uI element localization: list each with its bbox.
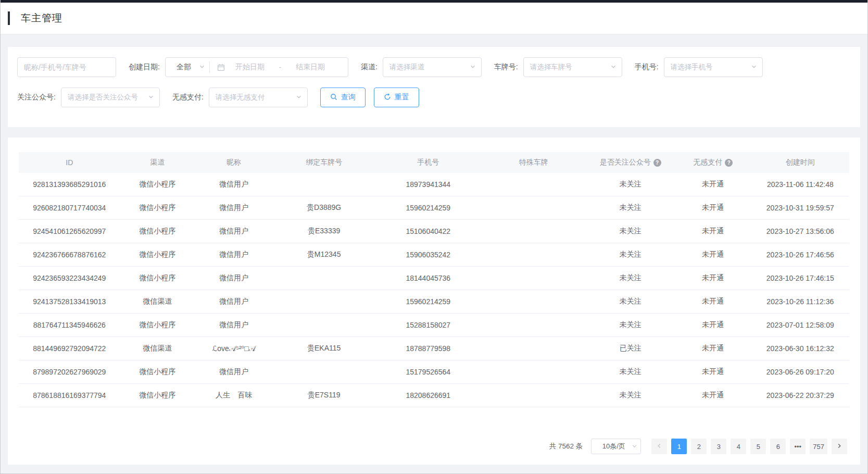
table-row: 879897202627969029微信小程序微信用户15179526564未关… [19, 360, 849, 384]
date-range-picker[interactable]: 全部 开始日期 - 结束日期 [165, 57, 348, 77]
table-cell: 未开通 [675, 203, 751, 213]
table-cell: 2023-07-01 12:58:09 [751, 321, 849, 329]
phone-select-placeholder: 请选择手机号 [671, 63, 751, 72]
pager-page-button-757[interactable]: 757 [810, 439, 827, 454]
table-row: 924137528133419013微信渠道微信用户15960214259未关注… [19, 290, 849, 314]
pager-next-button[interactable] [832, 439, 847, 454]
table-cell: 未开通 [675, 320, 751, 330]
table-cell: 2023-10-26 17:46:15 [751, 274, 849, 282]
phone-select[interactable]: 请选择手机号 [664, 57, 763, 77]
table-row: 924236766678876162微信小程序微信用户贵M12345159060… [19, 243, 849, 267]
table-cell: 2023-11-06 11:42:48 [751, 180, 849, 189]
table-cell: 2023-06-22 20:37:29 [751, 391, 849, 400]
calendar-icon [217, 64, 225, 71]
plate-select[interactable]: 请选择车牌号 [523, 57, 622, 77]
plate-select-placeholder: 请选择车牌号 [530, 63, 610, 72]
pager-page-button-1[interactable]: 1 [671, 439, 687, 454]
table-cell: 未开通 [675, 273, 751, 283]
reset-button-label: 重置 [395, 93, 409, 102]
page-size-select[interactable]: 10条/页 [591, 439, 641, 454]
pager-page-button-3[interactable]: 3 [711, 439, 726, 454]
table-cell: 未关注 [586, 273, 675, 283]
plate-filter: 车牌号: 请选择车牌号 [494, 57, 622, 77]
column-label: 无感支付 [693, 158, 722, 167]
column-header-pay: 无感支付 ? [675, 158, 751, 167]
end-date-input[interactable]: 结束日期 [286, 63, 334, 72]
keyword-input[interactable] [17, 57, 116, 77]
pager-pages: 123456•••757 [667, 439, 827, 454]
table-cell: 18144045736 [375, 274, 481, 282]
help-icon[interactable]: ? [725, 159, 733, 167]
column-label: 特殊车牌 [519, 158, 548, 167]
seamless-pay-filter: 无感支付: 请选择无感支付 [172, 88, 308, 107]
chevron-down-icon [610, 63, 617, 72]
table-cell: 微信用户 [195, 297, 273, 306]
pager-page-button-4[interactable]: 4 [731, 439, 746, 454]
table-cell: 15960214259 [375, 204, 481, 212]
table-row: 881764711345946626微信小程序微信用户15288158027未关… [19, 314, 849, 337]
table-cell: 924541061265620997 [19, 227, 120, 235]
table-cell: 未关注 [586, 320, 675, 330]
table-cell: 微信小程序 [120, 250, 195, 259]
table-cell: 人生ゞ百味 [195, 391, 273, 400]
table-cell: 微信用户 [195, 367, 273, 377]
table-cell: 未关注 [586, 297, 675, 306]
create-date-label: 创建日期: [129, 63, 160, 72]
table-cell: 微信小程序 [120, 367, 195, 377]
column-header-follow: 是否关注公众号 ? [586, 158, 675, 167]
channel-label: 渠道: [361, 63, 378, 72]
column-label: 昵称 [227, 158, 241, 167]
filter-row-1: 创建日期: 全部 开始日期 - 结束日期 渠道: [17, 57, 851, 77]
date-range-separator: - [274, 63, 286, 71]
channel-filter: 渠道: 请选择渠道 [361, 57, 482, 77]
table-cell: 未关注 [586, 250, 675, 259]
column-header-created: 创建时间 [751, 158, 849, 167]
page-size-value: 10条/页 [596, 442, 632, 451]
table-cell: 微信用户 [195, 227, 273, 236]
follow-official-placeholder: 请选择是否关注公众号 [68, 93, 148, 102]
start-date-input[interactable]: 开始日期 [226, 63, 274, 72]
table-cell: 未开通 [675, 227, 751, 236]
follow-official-filter: 关注公众号: 请选择是否关注公众号 [17, 88, 160, 107]
pager-page-button-5[interactable]: 5 [750, 439, 766, 454]
column-label: ID [66, 158, 73, 167]
chevron-down-icon [296, 93, 302, 102]
help-icon[interactable]: ? [653, 159, 661, 167]
pager-page-button-2[interactable]: 2 [691, 439, 707, 454]
table-cell: 微信渠道 [120, 344, 195, 353]
table-cell: 微信用户 [195, 273, 273, 283]
date-divider [209, 61, 210, 73]
table-cell: 未开通 [675, 297, 751, 306]
table-cell: 2023-06-30 16:12:32 [751, 344, 849, 353]
pager-page-button-6[interactable]: 6 [770, 439, 786, 454]
table-row: 881449692792094722微信渠道ℒove𝒜⁵²⁰□𝒜贵EKA1151… [19, 337, 849, 360]
table-cell: 924137528133419013 [19, 297, 120, 306]
owners-table-panel: ID 渠道 昵称 绑定车牌号 手机号 特殊车牌 是否关注公众号 ? 无感支付 ?… [8, 138, 860, 465]
follow-official-select[interactable]: 请选择是否关注公众号 [61, 88, 160, 107]
table-cell: 贵M12345 [273, 250, 375, 259]
chevron-down-icon [148, 93, 154, 102]
table-cell: 未关注 [586, 227, 675, 236]
total-count: 共 7562 条 [549, 442, 583, 451]
title-accent-bar [8, 11, 10, 25]
chevron-right-icon [836, 443, 842, 451]
table-row: 924541061265620997微信小程序微信用户贵E33339151060… [19, 220, 849, 243]
table-cell: 微信小程序 [120, 180, 195, 189]
channel-select[interactable]: 请选择渠道 [383, 57, 482, 77]
column-header-nickname: 昵称 [195, 158, 273, 167]
table-cell: 未关注 [586, 367, 675, 377]
table-cell: 18788779598 [375, 344, 481, 353]
table-cell: 2023-10-26 11:12:36 [751, 297, 849, 306]
table-row: 928131393685291016微信小程序微信用户18973941344未关… [19, 173, 849, 196]
table-cell: 未开通 [675, 344, 751, 353]
table-cell: 881449692792094722 [19, 344, 120, 353]
seamless-pay-select[interactable]: 请选择无感支付 [209, 88, 308, 107]
table-cell: 2023-06-26 09:17:20 [751, 368, 849, 376]
pager-ellipsis-button[interactable]: ••• [790, 439, 806, 454]
search-button[interactable]: 查询 [320, 88, 366, 107]
reset-button[interactable]: 重置 [374, 88, 419, 107]
column-label: 手机号 [417, 158, 439, 167]
table-cell: 15906035242 [375, 251, 481, 259]
pager-prev-button[interactable] [651, 439, 667, 454]
date-preset-select[interactable]: 全部 [169, 63, 199, 72]
